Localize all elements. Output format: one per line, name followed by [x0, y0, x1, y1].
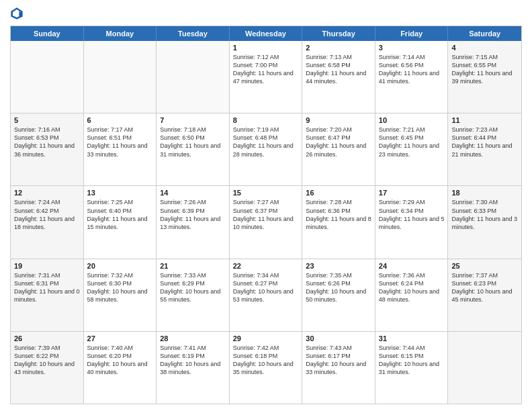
day-number: 17 [379, 189, 445, 197]
day-number: 12 [14, 189, 80, 197]
day-cell-10: 10Sunrise: 7:21 AM Sunset: 6:45 PM Dayli… [375, 113, 449, 185]
day-info: Sunrise: 7:24 AM Sunset: 6:42 PM Dayligh… [14, 198, 80, 231]
header-day-wednesday: Wednesday [230, 26, 303, 41]
day-info: Sunrise: 7:43 AM Sunset: 6:17 PM Dayligh… [306, 344, 371, 377]
day-info: Sunrise: 7:15 AM Sunset: 6:55 PM Dayligh… [451, 53, 518, 86]
day-number: 29 [233, 334, 299, 342]
day-cell-31: 31Sunrise: 7:44 AM Sunset: 6:15 PM Dayli… [375, 332, 449, 404]
header-day-thursday: Thursday [302, 26, 375, 41]
day-number: 9 [306, 116, 371, 124]
day-info: Sunrise: 7:13 AM Sunset: 6:58 PM Dayligh… [306, 53, 371, 86]
day-cell-22: 22Sunrise: 7:34 AM Sunset: 6:27 PM Dayli… [230, 259, 303, 331]
day-info: Sunrise: 7:44 AM Sunset: 6:15 PM Dayligh… [379, 344, 445, 377]
day-cell-19: 19Sunrise: 7:31 AM Sunset: 6:31 PM Dayli… [11, 259, 84, 331]
day-number: 30 [306, 334, 371, 342]
day-cell-26: 26Sunrise: 7:39 AM Sunset: 6:22 PM Dayli… [11, 332, 84, 404]
day-info: Sunrise: 7:18 AM Sunset: 6:50 PM Dayligh… [160, 126, 226, 158]
day-cell-4: 4Sunrise: 7:15 AM Sunset: 6:55 PM Daylig… [448, 41, 521, 113]
calendar: SundayMondayTuesdayWednesdayThursdayFrid… [10, 26, 522, 404]
day-cell-29: 29Sunrise: 7:42 AM Sunset: 6:18 PM Dayli… [230, 332, 303, 404]
day-number: 16 [306, 189, 371, 197]
day-info: Sunrise: 7:30 AM Sunset: 6:33 PM Dayligh… [451, 198, 518, 231]
day-cell-24: 24Sunrise: 7:36 AM Sunset: 6:24 PM Dayli… [375, 259, 449, 331]
day-cell-15: 15Sunrise: 7:27 AM Sunset: 6:37 PM Dayli… [230, 186, 303, 258]
day-cell-18: 18Sunrise: 7:30 AM Sunset: 6:33 PM Dayli… [448, 186, 521, 258]
day-info: Sunrise: 7:29 AM Sunset: 6:34 PM Dayligh… [379, 198, 445, 231]
day-info: Sunrise: 7:12 AM Sunset: 7:00 PM Dayligh… [233, 53, 299, 86]
day-number: 18 [451, 189, 518, 197]
day-cell-12: 12Sunrise: 7:24 AM Sunset: 6:42 PM Dayli… [11, 186, 84, 258]
empty-cell-0-1 [84, 41, 157, 113]
calendar-row-2: 12Sunrise: 7:24 AM Sunset: 6:42 PM Dayli… [11, 186, 521, 259]
day-info: Sunrise: 7:39 AM Sunset: 6:22 PM Dayligh… [14, 344, 80, 377]
day-cell-2: 2Sunrise: 7:13 AM Sunset: 6:58 PM Daylig… [302, 41, 375, 113]
day-info: Sunrise: 7:17 AM Sunset: 6:51 PM Dayligh… [87, 126, 153, 158]
day-number: 25 [451, 262, 518, 270]
day-cell-11: 11Sunrise: 7:23 AM Sunset: 6:44 PM Dayli… [448, 113, 521, 185]
day-info: Sunrise: 7:28 AM Sunset: 6:36 PM Dayligh… [306, 198, 371, 231]
day-info: Sunrise: 7:33 AM Sunset: 6:29 PM Dayligh… [160, 271, 226, 304]
day-cell-21: 21Sunrise: 7:33 AM Sunset: 6:29 PM Dayli… [157, 259, 230, 331]
day-cell-1: 1Sunrise: 7:12 AM Sunset: 7:00 PM Daylig… [230, 41, 303, 113]
day-number: 3 [379, 44, 445, 52]
header-day-saturday: Saturday [448, 26, 521, 41]
day-cell-13: 13Sunrise: 7:25 AM Sunset: 6:40 PM Dayli… [84, 186, 157, 258]
day-cell-7: 7Sunrise: 7:18 AM Sunset: 6:50 PM Daylig… [157, 113, 230, 185]
day-number: 20 [87, 262, 153, 270]
calendar-row-1: 5Sunrise: 7:16 AM Sunset: 6:53 PM Daylig… [11, 113, 521, 186]
day-info: Sunrise: 7:36 AM Sunset: 6:24 PM Dayligh… [379, 271, 445, 304]
day-info: Sunrise: 7:19 AM Sunset: 6:48 PM Dayligh… [233, 126, 299, 158]
empty-cell-0-2 [157, 41, 230, 113]
calendar-row-3: 19Sunrise: 7:31 AM Sunset: 6:31 PM Dayli… [11, 259, 521, 332]
day-number: 21 [160, 262, 226, 270]
day-info: Sunrise: 7:41 AM Sunset: 6:19 PM Dayligh… [160, 344, 226, 377]
day-cell-25: 25Sunrise: 7:37 AM Sunset: 6:23 PM Dayli… [448, 259, 521, 331]
day-number: 1 [233, 44, 299, 52]
day-info: Sunrise: 7:35 AM Sunset: 6:26 PM Dayligh… [306, 271, 371, 304]
day-info: Sunrise: 7:37 AM Sunset: 6:23 PM Dayligh… [451, 271, 518, 304]
day-number: 27 [87, 334, 153, 342]
calendar-row-4: 26Sunrise: 7:39 AM Sunset: 6:22 PM Dayli… [11, 332, 521, 404]
day-number: 10 [379, 116, 445, 124]
day-number: 4 [451, 44, 518, 52]
calendar-body: 1Sunrise: 7:12 AM Sunset: 7:00 PM Daylig… [11, 41, 521, 404]
empty-cell-4-6 [448, 332, 521, 404]
day-number: 8 [233, 116, 299, 124]
day-cell-28: 28Sunrise: 7:41 AM Sunset: 6:19 PM Dayli… [157, 332, 230, 404]
day-cell-3: 3Sunrise: 7:14 AM Sunset: 6:56 PM Daylig… [375, 41, 449, 113]
header [10, 7, 522, 20]
day-info: Sunrise: 7:21 AM Sunset: 6:45 PM Dayligh… [379, 126, 445, 158]
day-info: Sunrise: 7:27 AM Sunset: 6:37 PM Dayligh… [233, 198, 299, 231]
day-number: 23 [306, 262, 371, 270]
day-info: Sunrise: 7:14 AM Sunset: 6:56 PM Dayligh… [379, 53, 445, 86]
day-cell-6: 6Sunrise: 7:17 AM Sunset: 6:51 PM Daylig… [84, 113, 157, 185]
day-number: 5 [14, 116, 80, 124]
day-info: Sunrise: 7:23 AM Sunset: 6:44 PM Dayligh… [451, 126, 518, 158]
day-number: 28 [160, 334, 226, 342]
logo-icon [10, 7, 24, 20]
day-cell-9: 9Sunrise: 7:20 AM Sunset: 6:47 PM Daylig… [302, 113, 375, 185]
day-cell-20: 20Sunrise: 7:32 AM Sunset: 6:30 PM Dayli… [84, 259, 157, 331]
day-cell-16: 16Sunrise: 7:28 AM Sunset: 6:36 PM Dayli… [302, 186, 375, 258]
calendar-header: SundayMondayTuesdayWednesdayThursdayFrid… [11, 26, 521, 41]
day-number: 13 [87, 189, 153, 197]
day-number: 19 [14, 262, 80, 270]
day-number: 2 [306, 44, 371, 52]
day-cell-5: 5Sunrise: 7:16 AM Sunset: 6:53 PM Daylig… [11, 113, 84, 185]
day-number: 7 [160, 116, 226, 124]
calendar-row-0: 1Sunrise: 7:12 AM Sunset: 7:00 PM Daylig… [11, 41, 521, 113]
header-day-sunday: Sunday [11, 26, 84, 41]
day-number: 14 [160, 189, 226, 197]
day-info: Sunrise: 7:42 AM Sunset: 6:18 PM Dayligh… [233, 344, 299, 377]
page: SundayMondayTuesdayWednesdayThursdayFrid… [0, 0, 532, 411]
day-info: Sunrise: 7:40 AM Sunset: 6:20 PM Dayligh… [87, 344, 153, 377]
logo [10, 7, 26, 20]
day-info: Sunrise: 7:32 AM Sunset: 6:30 PM Dayligh… [87, 271, 153, 304]
day-cell-14: 14Sunrise: 7:26 AM Sunset: 6:39 PM Dayli… [157, 186, 230, 258]
day-info: Sunrise: 7:26 AM Sunset: 6:39 PM Dayligh… [160, 198, 226, 231]
day-cell-17: 17Sunrise: 7:29 AM Sunset: 6:34 PM Dayli… [375, 186, 449, 258]
day-info: Sunrise: 7:20 AM Sunset: 6:47 PM Dayligh… [306, 126, 371, 158]
header-day-tuesday: Tuesday [157, 26, 230, 41]
day-info: Sunrise: 7:31 AM Sunset: 6:31 PM Dayligh… [14, 271, 80, 304]
day-cell-27: 27Sunrise: 7:40 AM Sunset: 6:20 PM Dayli… [84, 332, 157, 404]
